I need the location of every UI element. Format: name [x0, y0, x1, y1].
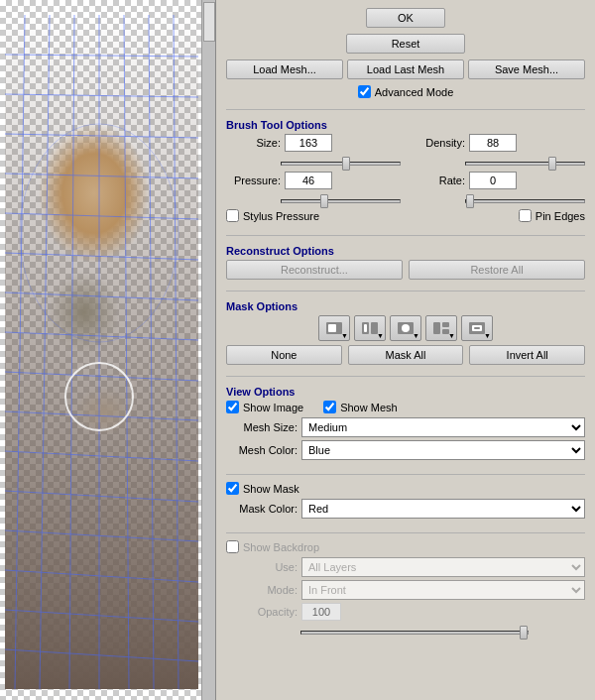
opacity-label: Opacity: [226, 606, 298, 618]
mask-color-label: Mask Color: [226, 503, 298, 515]
use-row: Use: All Layers [226, 557, 585, 577]
show-image-label: Show Image [243, 402, 303, 413]
show-mesh-label: Show Mesh [340, 402, 397, 413]
use-label: Use: [226, 561, 298, 573]
mesh-size-select[interactable]: Small Medium Large [301, 417, 585, 437]
right-panel: OK Reset Load Mesh... Load Last Mesh Sav… [216, 0, 595, 700]
pin-edges-group: Pin Edges [519, 209, 585, 222]
restore-all-button[interactable]: Restore All [409, 260, 585, 280]
view-options-header: View Options [226, 386, 585, 398]
rate-slider-wrapper [411, 193, 585, 205]
svg-line-16 [5, 411, 198, 420]
rate-slider[interactable] [465, 199, 585, 203]
show-mesh-checkbox[interactable] [323, 401, 336, 413]
size-input[interactable] [285, 134, 332, 152]
advanced-mode-checkbox[interactable] [358, 85, 371, 98]
stylus-pin-row: Stylus Pressure Pin Edges [226, 209, 585, 222]
use-select[interactable]: All Layers [301, 557, 585, 577]
svg-line-22 [5, 649, 198, 661]
pin-edges-label: Pin Edges [536, 210, 585, 222]
size-density-row: Size: Density: [226, 134, 585, 152]
svg-line-8 [5, 94, 198, 97]
mode-label: Mode: [226, 584, 298, 596]
svg-line-19 [5, 530, 198, 541]
reset-button[interactable]: Reset [346, 34, 465, 54]
show-image-mesh-row: Show Image Show Mesh [226, 401, 585, 413]
mask-mode-5-button[interactable]: ▼ [461, 315, 493, 341]
top-actions: OK [226, 8, 585, 28]
svg-line-20 [5, 570, 198, 582]
svg-point-30 [402, 324, 410, 332]
load-mesh-button[interactable]: Load Mesh... [226, 59, 343, 79]
mode-select[interactable]: In Front [301, 580, 585, 600]
size-slider[interactable] [281, 162, 401, 166]
save-mesh-button[interactable]: Save Mesh... [468, 59, 585, 79]
mesh-size-label: Mesh Size: [226, 421, 298, 433]
mask-color-select[interactable]: Red Green Blue Gray [301, 499, 585, 519]
svg-line-17 [5, 451, 198, 461]
show-image-checkbox[interactable] [226, 401, 239, 413]
pressure-label: Pressure: [226, 175, 281, 186]
canvas-panel [0, 0, 216, 700]
show-mask-section: Show Mask Mask Color: Red Green Blue Gra… [226, 482, 585, 522]
canvas-scrollbar[interactable] [201, 0, 215, 700]
stylus-pressure-checkbox[interactable] [226, 209, 239, 222]
ok-button[interactable]: OK [366, 8, 445, 28]
face-image [5, 15, 198, 689]
mask-mode-1-button[interactable]: ▼ [318, 315, 350, 341]
mesh-color-label: Mesh Color: [226, 444, 298, 456]
mask-mode-3-button[interactable]: ▼ [390, 315, 421, 341]
show-mesh-group: Show Mesh [323, 401, 397, 413]
show-image-group: Show Image [226, 401, 303, 413]
none-button[interactable]: None [226, 345, 342, 365]
density-slider[interactable] [465, 162, 585, 166]
mask-options-header: Mask Options [226, 300, 585, 312]
opacity-slider[interactable] [300, 631, 529, 635]
pressure-rate-row: Pressure: Rate: [226, 172, 585, 189]
mask-mode-4-button[interactable]: ▼ [425, 315, 457, 341]
mask-mode-2-button[interactable]: ▼ [354, 315, 386, 341]
show-backdrop-section: Show Backdrop Use: All Layers Mode: In F… [226, 540, 585, 637]
view-options-section: View Options Show Image Show Mesh Mesh S… [226, 384, 585, 463]
svg-line-15 [5, 372, 198, 381]
mask-icons-row: ▼ ▼ ▼ [226, 315, 585, 341]
svg-line-12 [5, 253, 198, 260]
load-last-mesh-button[interactable]: Load Last Mesh [347, 59, 464, 79]
reconstruct-header: Reconstruct Options [226, 245, 585, 257]
opacity-input[interactable] [301, 603, 341, 621]
pressure-input[interactable] [285, 172, 332, 189]
brush-tool-options: Brush Tool Options Size: Density: [226, 117, 585, 226]
size-slider-wrapper [226, 156, 401, 168]
density-label: Density: [411, 137, 465, 149]
mask-all-button[interactable]: Mask All [348, 345, 464, 365]
svg-rect-32 [442, 322, 449, 327]
pin-edges-checkbox[interactable] [519, 209, 532, 222]
brush-section-header: Brush Tool Options [226, 119, 585, 131]
size-group: Size: [226, 134, 401, 152]
svg-rect-36 [474, 327, 480, 329]
pressure-slider[interactable] [281, 199, 401, 203]
rate-input[interactable] [469, 172, 517, 189]
pressure-rate-sliders [226, 193, 585, 205]
svg-line-11 [5, 213, 198, 219]
svg-line-5 [149, 15, 154, 689]
density-input[interactable] [469, 134, 517, 152]
pressure-group: Pressure: [226, 172, 401, 189]
reconstruct-buttons: Reconstruct... Restore All [226, 260, 585, 280]
svg-line-13 [5, 292, 198, 300]
density-group: Density: [411, 134, 585, 152]
mesh-color-select[interactable]: Red Green Blue Gray Black White [301, 440, 585, 460]
svg-line-0 [15, 15, 25, 689]
show-mask-checkbox[interactable] [226, 482, 239, 495]
show-backdrop-checkbox[interactable] [226, 540, 239, 553]
svg-line-10 [5, 174, 198, 178]
advanced-mode-label: Advanced Mode [375, 86, 454, 98]
scrollbar-thumb[interactable] [203, 2, 215, 42]
opacity-row: Opacity: [226, 603, 585, 621]
reconstruct-button[interactable]: Reconstruct... [226, 260, 403, 280]
svg-line-14 [5, 332, 198, 340]
invert-all-button[interactable]: Invert All [469, 345, 585, 365]
pressure-slider-wrapper [226, 193, 401, 205]
mesh-color-row: Mesh Color: Red Green Blue Gray Black Wh… [226, 440, 585, 460]
reset-row: Reset [226, 34, 585, 54]
